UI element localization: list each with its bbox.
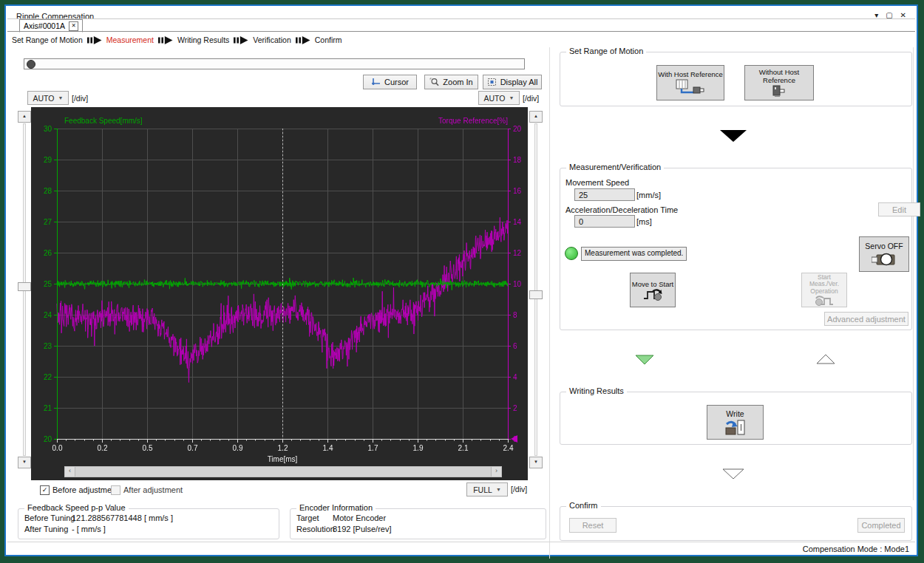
time-scale-unit: [/div] (511, 485, 527, 494)
ripple-chart[interactable] (31, 107, 528, 480)
flow-up-outline-icon (816, 354, 835, 364)
titlebar-divider (7, 18, 915, 19)
encoder-target-value: Motor Encoder (333, 513, 386, 522)
step-set-range: Set Range of Motion (12, 35, 83, 44)
cursor-button[interactable]: Cursor (363, 75, 417, 89)
with-host-reference-button[interactable]: With Host Reference (656, 65, 724, 100)
encoder-info-group: Encoder Information Target Motor Encoder… (290, 508, 546, 539)
advanced-adjustment-button[interactable]: Advanced adjustment (824, 312, 908, 326)
write-button[interactable]: Write (707, 405, 764, 440)
right-scale-select[interactable]: AUTO▼ (478, 91, 520, 105)
right-axis-slider[interactable]: ▲ ▼ (529, 111, 543, 468)
start-meas-ver-button[interactable]: Start Meas./Ver. Operation (801, 273, 847, 307)
right-pane-edge (913, 47, 914, 500)
operation-progress-bar (24, 58, 525, 69)
step-arrow-icon (158, 36, 173, 44)
writing-results-title: Writing Results (566, 386, 627, 395)
chevron-down-icon: ▼ (496, 487, 501, 492)
chevron-down-icon: ▼ (58, 95, 64, 100)
measurement-title: Measurement/Verification (566, 163, 664, 171)
scroll-right-icon[interactable]: › (492, 467, 501, 477)
accel-unit: [ms] (636, 217, 652, 226)
step-arrow-icon (296, 36, 310, 44)
confirm-group: Confirm Reset Completed (560, 506, 912, 541)
pp-value-group: Feedback Speed p-p Value Before Tuning 1… (18, 508, 279, 539)
encoder-resolution-label: Resolution (296, 525, 335, 533)
pp-value-title: Feedback Speed p-p Value (24, 503, 129, 512)
with-host-reference-icon (675, 79, 706, 95)
display-all-icon (487, 78, 497, 86)
desktop-frame: Ripple Compensation ▾ ▢ ✕ Axis#0001A ✕ S… (0, 0, 924, 563)
slider-up-icon[interactable]: ▲ (529, 111, 543, 123)
before-tuning-label: Before Tuning (24, 513, 75, 522)
after-tuning-value: - [ mm/s ] (72, 525, 106, 533)
after-tuning-label: After Tuning (24, 525, 68, 533)
servo-off-button[interactable]: Servo OFF (859, 236, 909, 272)
zoom-in-icon (429, 78, 439, 86)
step-verification: Verification (253, 35, 291, 44)
writing-results-group: Writing Results Write (560, 392, 912, 445)
encoder-info-title: Encoder Information (296, 503, 376, 512)
tabstrip-line (7, 31, 915, 32)
completed-button[interactable]: Completed (857, 518, 905, 533)
before-adjustment-checkbox[interactable]: ✓ (40, 485, 50, 495)
left-scale-unit: [/div] (72, 94, 88, 103)
movement-speed-label: Movement Speed (565, 178, 629, 187)
after-adjustment-label: After adjustment (123, 485, 183, 494)
before-tuning-value: 121.288567781448 [ mm/s ] (72, 513, 173, 522)
encoder-target-label: Target (296, 513, 319, 522)
encoder-resolution-value: 8192 [Pulse/rev] (333, 525, 392, 533)
measurement-status: Measurement was completed. (581, 247, 687, 261)
measurement-group: Measurement/Verification Movement Speed … (560, 168, 912, 330)
chart-h-scrollbar[interactable]: ‹ › (64, 466, 502, 477)
step-arrow-icon (234, 36, 248, 44)
chart-area: ‹ › (31, 107, 528, 480)
before-adjustment-label: Before adjustment (52, 485, 118, 494)
servo-off-icon (872, 251, 897, 267)
move-to-start-button[interactable]: Move to Start (630, 273, 676, 307)
statusbar-divider (7, 542, 915, 542)
after-adjustment-checkbox[interactable] (111, 485, 120, 495)
ripple-compensation-window: Ripple Compensation ▾ ▢ ✕ Axis#0001A ✕ S… (4, 4, 918, 556)
compensation-mode-label: Compensation Mode : Mode1 (803, 545, 909, 553)
right-slider-thumb[interactable] (529, 290, 543, 299)
status-led (565, 247, 578, 260)
edit-button[interactable]: Edit (878, 202, 920, 216)
right-scale-unit: [/div] (523, 94, 539, 103)
flow-green-down-icon (635, 355, 654, 365)
accel-input[interactable] (574, 215, 635, 228)
time-scale-select[interactable]: FULL▼ (466, 482, 508, 497)
flow-down-arrow-icon (720, 130, 747, 142)
tab-label: Axis#0001A (24, 21, 65, 30)
confirm-title: Confirm (566, 501, 601, 510)
zoom-in-button[interactable]: Zoom In (424, 75, 478, 89)
cursor-icon (371, 78, 381, 86)
step-arrow-icon (87, 36, 102, 44)
slider-down-icon[interactable]: ▼ (529, 457, 543, 468)
slider-down-icon[interactable]: ▼ (18, 457, 31, 468)
left-axis-slider[interactable]: ▲ ▼ (18, 111, 31, 468)
step-measurement: Measurement (106, 35, 154, 44)
accel-label: Acceleration/Deceleration Time (565, 205, 678, 214)
move-to-start-icon (643, 289, 662, 301)
left-slider-thumb[interactable] (18, 282, 31, 291)
step-writing-results: Writing Results (177, 35, 229, 44)
scroll-left-icon[interactable]: ‹ (65, 467, 75, 477)
movement-speed-unit: [mm/s] (636, 191, 661, 199)
left-scale-select[interactable]: AUTO▼ (27, 91, 69, 105)
without-host-reference-icon (770, 85, 788, 98)
breadcrumb: Set Range of Motion Measurement Writing … (12, 35, 342, 44)
start-meas-ver-icon (815, 296, 834, 306)
set-range-group: Set Range of Motion (560, 52, 912, 106)
reset-button[interactable]: Reset (569, 518, 616, 533)
without-host-reference-button[interactable]: Without Host Reference (744, 65, 814, 100)
h-scroll-thumb[interactable] (75, 467, 492, 477)
flow-down-outline-icon (722, 468, 744, 480)
movement-speed-input[interactable] (574, 188, 635, 201)
right-slider-track[interactable] (534, 123, 537, 456)
display-all-button[interactable]: Display All (483, 75, 542, 89)
tab-close-icon[interactable]: ✕ (69, 21, 78, 31)
pane-splitter[interactable] (549, 47, 550, 559)
chevron-down-icon: ▼ (509, 95, 514, 100)
slider-up-icon[interactable]: ▲ (18, 111, 31, 123)
